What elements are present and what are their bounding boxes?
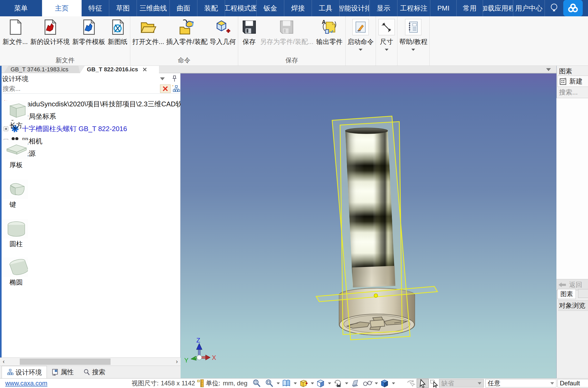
render-mode-button[interactable]	[315, 379, 327, 388]
primitive-item-box[interactable]: 长方	[3, 101, 34, 130]
3d-scene: Z X Y	[181, 73, 556, 379]
export-part-button[interactable]: A 输出零件	[316, 19, 342, 46]
view-pages-button[interactable]	[280, 379, 292, 388]
filter-any-select[interactable]: 任意	[485, 379, 556, 387]
camera-save-button[interactable]	[332, 379, 344, 388]
document-tab-active[interactable]: GB_T 822-2016.ics	[80, 66, 159, 73]
new-drawing-button[interactable]: 新图纸	[108, 19, 127, 46]
zoom-to-page-button[interactable]	[251, 379, 263, 388]
cube-dropdown-icon[interactable]	[392, 382, 395, 384]
design-tree-icon	[7, 369, 13, 376]
back-button[interactable]: 返回	[556, 279, 588, 290]
new-file-button[interactable]: 新文件...	[3, 19, 28, 46]
sketch-point[interactable]	[374, 294, 378, 297]
primitives-search-input[interactable]: 搜索...	[559, 88, 588, 97]
next-tab-partial[interactable]	[578, 289, 588, 298]
close-tab-icon[interactable]	[142, 67, 147, 72]
new-primitive-button[interactable]: 新建	[557, 76, 588, 87]
save-button[interactable]: 保存	[241, 19, 257, 46]
menu-item-tools[interactable]: 工具	[312, 0, 340, 16]
new-design-env-button[interactable]: 新的设计环境	[30, 19, 70, 46]
document-tab[interactable]: GB_T 3746.1-1983.ics	[4, 66, 80, 73]
render-dropdown-icon[interactable]	[328, 382, 331, 384]
save-as-button[interactable]: 另存为零件/装配...	[260, 19, 313, 46]
menu-item-home[interactable]: 主页	[42, 0, 82, 16]
menu-item-annotation[interactable]: 工程标注	[397, 0, 430, 16]
menu-item-display[interactable]: 显示	[370, 0, 397, 16]
launch-command-button[interactable]: 启动命令	[347, 19, 374, 51]
scroll-right-icon[interactable]: ›	[173, 358, 181, 366]
new-part-template-icon	[81, 19, 97, 35]
panel-dropdown-icon[interactable]	[160, 77, 165, 80]
dimension-button[interactable]: 尺寸	[378, 19, 395, 51]
menu-item-load-app[interactable]: 加载应用程	[483, 0, 513, 16]
menu-item-feature[interactable]: 特征	[82, 0, 109, 16]
ribbon: 新文件... 新的设计环境 新零件模板	[0, 16, 588, 66]
clear-search-button[interactable]	[160, 84, 171, 93]
primitive-item-slab[interactable]: 厚板	[3, 140, 34, 169]
import-geometry-button[interactable]: 导入几何	[210, 19, 236, 46]
clear-x-icon	[162, 86, 168, 92]
import-geometry-icon	[215, 19, 231, 35]
units-value[interactable]: mm, deg	[223, 380, 247, 387]
ribbon-group-help: 帮助/教程	[397, 16, 430, 66]
dropdown-chevron-icon[interactable]	[359, 49, 362, 51]
menu-item-menu[interactable]: 菜单	[0, 0, 42, 16]
hint-lightbulb-button[interactable]	[545, 0, 563, 16]
tab-search[interactable]: 搜索	[78, 366, 110, 378]
new-part-template-button[interactable]: 新零件模板	[72, 19, 105, 46]
pin-icon[interactable]	[172, 75, 177, 82]
new-scene-button[interactable]	[297, 379, 310, 388]
prism-view-button[interactable]	[349, 379, 361, 388]
primitive-item-cylinder[interactable]: 圆柱	[3, 219, 34, 248]
menu-item-smart-design[interactable]: 智能设计排	[340, 0, 370, 16]
menu-item-3dcurve[interactable]: 三维曲线	[137, 0, 170, 16]
caxa-home-link[interactable]: www.caxa.com	[5, 380, 47, 387]
views-dropdown-icon[interactable]	[294, 382, 297, 384]
perspective-glasses-button[interactable]	[361, 379, 373, 388]
menu-item-sheetmetal[interactable]: 钣金	[257, 0, 284, 16]
primitive-item-ellipse-cylinder[interactable]: 椭圆	[3, 257, 34, 287]
key-thumbnail	[3, 180, 28, 199]
tree-search-input[interactable]	[2, 85, 160, 93]
screw-model[interactable]	[339, 128, 415, 335]
filter-tree-icon[interactable]: *	[172, 84, 180, 93]
config-default-select[interactable]: Default	[557, 379, 588, 387]
camera-dropdown-icon[interactable]	[345, 382, 348, 384]
menu-item-assembly[interactable]: 装配	[197, 0, 225, 16]
help-tutorial-button[interactable]: 帮助/教程	[399, 19, 427, 51]
tab-properties[interactable]: 属性	[47, 366, 78, 378]
object-browser-label[interactable]: 对象浏览	[558, 300, 588, 311]
scene-dropdown-icon[interactable]	[311, 382, 314, 384]
menu-item-sketch[interactable]: 草图	[109, 0, 137, 16]
menu-item-engineering-mode[interactable]: 工程模式图	[225, 0, 257, 16]
3d-viewport[interactable]: Z X Y	[181, 73, 556, 378]
primitives-tab[interactable]: 图素	[557, 289, 576, 299]
tab-list-dropdown-icon[interactable]	[546, 68, 551, 71]
glasses-dropdown-icon[interactable]	[375, 382, 378, 384]
tree-horizontal-scrollbar[interactable]: ‹ ›	[0, 357, 181, 366]
menu-item-user-center[interactable]: 用户中心	[513, 0, 545, 16]
prism-icon	[350, 379, 359, 388]
units-label: 单位:	[206, 379, 220, 387]
select-tool-button[interactable]	[417, 379, 429, 388]
zoom-window-button[interactable]	[263, 379, 275, 388]
dropdown-chevron-icon[interactable]	[411, 49, 415, 51]
insert-part-button[interactable]: 插入零件/装配	[166, 19, 207, 46]
default-style-select[interactable]: 缺省	[439, 379, 484, 387]
display-cube-button[interactable]	[378, 379, 391, 388]
menu-item-surface[interactable]: 曲面	[170, 0, 197, 16]
redo-select-button[interactable]	[405, 379, 417, 388]
ruler-icon	[197, 379, 205, 387]
cloud-account-button[interactable]	[563, 0, 583, 16]
menu-item-pmi[interactable]: PMI	[430, 0, 457, 16]
open-file-button[interactable]: 打开文件...	[132, 19, 164, 46]
scrollbar-thumb[interactable]	[20, 359, 111, 365]
menu-item-common[interactable]: 常用	[457, 0, 483, 16]
tab-design-env[interactable]: 设计环境	[2, 366, 47, 378]
zoom-dropdown-icon[interactable]	[277, 382, 280, 384]
primitive-item-key[interactable]: 键	[3, 180, 34, 209]
menu-item-welding[interactable]: 焊接	[284, 0, 312, 16]
dropdown-chevron-icon[interactable]	[385, 49, 388, 51]
scroll-left-icon[interactable]: ‹	[0, 358, 7, 366]
